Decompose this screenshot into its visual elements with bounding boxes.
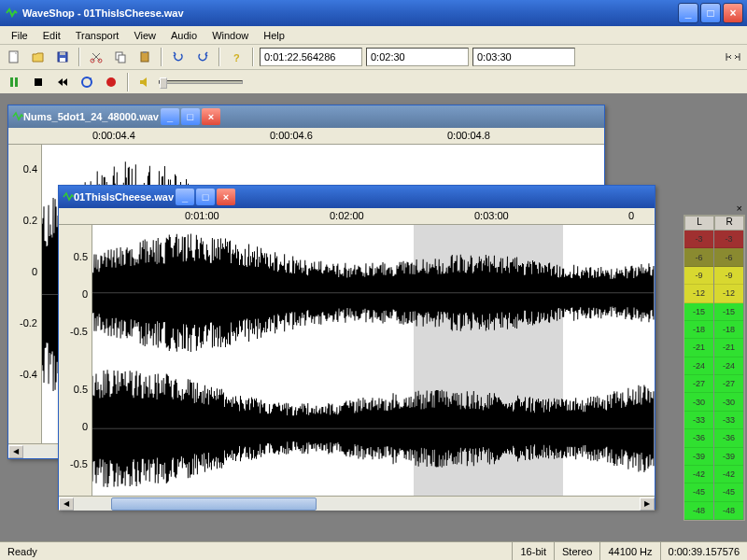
menu-audio[interactable]: Audio — [163, 28, 204, 43]
window-cheese-title: 01ThisIsCheese.wav — [74, 191, 174, 203]
meter-label-right: R — [714, 216, 744, 231]
svg-rect-12 — [15, 77, 18, 87]
main-minimize-button[interactable]: _ — [678, 3, 698, 23]
ruler-tick: 0:03:00 — [474, 210, 509, 221]
menu-transport[interactable]: Transport — [68, 28, 127, 43]
main-titlebar: WaveShop - 01ThisIsCheese.wav _ □ × — [0, 0, 747, 26]
meter-segment: -18 — [684, 321, 713, 339]
meter-segment: -48 — [714, 502, 743, 520]
ruler-tick: 0:00:04.8 — [447, 130, 490, 141]
volume-icon[interactable] — [134, 72, 155, 92]
meter-segment: -39 — [684, 448, 713, 466]
meter-segment: -15 — [684, 303, 713, 321]
status-channels: Stereo — [554, 542, 599, 560]
status-position: 0:00:39.157576 — [660, 542, 747, 560]
time-field-2[interactable] — [366, 48, 469, 66]
meter-segment: -24 — [714, 357, 743, 375]
y-axis: 0.5 0 -0.5 0.5 0 -0.5 — [59, 225, 92, 496]
window-cheese-wave[interactable]: 0.5 0 -0.5 0.5 0 -0.5 — [59, 225, 655, 496]
window-cheese-titlebar[interactable]: 01ThisIsCheese.wav _ □ × — [59, 186, 655, 208]
save-button[interactable] — [52, 47, 73, 67]
ruler-tick: 0:00:04.6 — [270, 130, 313, 141]
status-bar: Ready 16-bit Stereo 44100 Hz 0:00:39.157… — [0, 541, 747, 560]
ruler-tick: 0:00:04.4 — [92, 130, 135, 141]
menu-bar: File Edit Transport View Audio Window He… — [0, 26, 747, 45]
fit-button[interactable] — [723, 47, 743, 67]
meter-segment: -39 — [714, 448, 743, 466]
window-cheese[interactable]: 01ThisIsCheese.wav _ □ × 0:01:00 0:02:00… — [58, 185, 655, 510]
cut-button[interactable] — [86, 47, 106, 67]
window-nums-min[interactable]: _ — [161, 108, 179, 125]
new-button[interactable] — [4, 47, 24, 67]
window-cheese-scrollbar[interactable]: ◀ ▶ — [59, 496, 655, 511]
help-button[interactable]: ? — [226, 47, 247, 67]
svg-point-15 — [106, 77, 116, 87]
ruler-tick: 0:01:00 — [185, 210, 219, 221]
menu-edit[interactable]: Edit — [35, 28, 68, 43]
meter-segment: -30 — [714, 393, 743, 411]
meter-segment: -33 — [684, 412, 713, 429]
meter-segment: -12 — [714, 285, 743, 302]
meter-segment: -24 — [684, 357, 713, 375]
status-bits: 16-bit — [512, 542, 554, 560]
open-button[interactable] — [28, 47, 49, 67]
meter-label-left: L — [684, 216, 714, 231]
ruler-tick: 0:02:00 — [330, 210, 364, 221]
meter-segment: -12 — [684, 285, 713, 302]
rewind-button[interactable] — [52, 72, 73, 92]
paste-button[interactable] — [134, 47, 155, 67]
meter-segment: -42 — [714, 466, 743, 483]
ruler-tick: 0 — [628, 210, 634, 221]
svg-text:?: ? — [233, 52, 240, 63]
scroll-left-icon[interactable]: ◀ — [8, 445, 23, 458]
svg-rect-3 — [60, 52, 65, 55]
meter-segment: -3 — [684, 231, 713, 248]
menu-view[interactable]: View — [126, 28, 163, 43]
meter-segment: -45 — [684, 483, 713, 501]
mdi-workspace: Nums_5dot1_24_48000.wav _ □ × 0:00:04.4 … — [0, 93, 747, 541]
window-nums-title: Nums_5dot1_24_48000.wav — [23, 111, 159, 122]
meter-segment: -30 — [684, 393, 713, 411]
redo-button[interactable] — [192, 47, 213, 67]
meter-close-icon[interactable]: × — [737, 203, 742, 214]
doc-icon — [12, 111, 23, 122]
stop-button[interactable] — [28, 72, 49, 92]
window-nums-max[interactable]: □ — [181, 108, 200, 125]
meter-segment: -36 — [714, 429, 743, 447]
copy-button[interactable] — [110, 47, 131, 67]
scroll-left-icon[interactable]: ◀ — [59, 497, 74, 511]
window-cheese-close[interactable]: × — [217, 189, 235, 205]
meter-segment: -48 — [684, 502, 713, 520]
window-cheese-min[interactable]: _ — [176, 189, 194, 205]
pause-button[interactable] — [4, 72, 24, 92]
scroll-right-icon[interactable]: ▶ — [640, 497, 655, 511]
undo-button[interactable] — [168, 47, 189, 67]
main-maximize-button[interactable]: □ — [700, 3, 721, 23]
meter-segment: -6 — [684, 248, 713, 266]
menu-window[interactable]: Window — [204, 28, 256, 43]
meter-segment: -36 — [684, 429, 713, 447]
time-field-3[interactable] — [472, 48, 575, 66]
svg-rect-11 — [10, 77, 13, 87]
loop-button[interactable] — [77, 72, 97, 92]
meter-segment: -33 — [714, 412, 743, 429]
menu-file[interactable]: File — [4, 28, 35, 43]
status-rate: 44100 Hz — [599, 542, 659, 560]
window-nums-ruler[interactable]: 0:00:04.4 0:00:04.6 0:00:04.8 — [8, 128, 604, 145]
svg-rect-9 — [143, 51, 147, 53]
meter-segment: -15 — [714, 303, 743, 321]
meter-segment: -45 — [714, 483, 743, 501]
menu-help[interactable]: Help — [256, 28, 292, 43]
time-field-1[interactable] — [260, 48, 362, 66]
meter-segment: -6 — [714, 248, 743, 266]
window-nums-titlebar[interactable]: Nums_5dot1_24_48000.wav _ □ × — [8, 105, 604, 128]
window-cheese-max[interactable]: □ — [196, 189, 215, 205]
volume-slider[interactable] — [159, 80, 243, 84]
meter-segment: -9 — [684, 267, 713, 285]
window-nums-close[interactable]: × — [202, 108, 220, 125]
svg-rect-7 — [119, 55, 125, 63]
main-close-button[interactable]: × — [723, 3, 743, 23]
record-button[interactable] — [101, 72, 121, 92]
window-cheese-ruler[interactable]: 0:01:00 0:02:00 0:03:00 0 — [59, 208, 655, 225]
scroll-thumb[interactable] — [111, 497, 317, 511]
